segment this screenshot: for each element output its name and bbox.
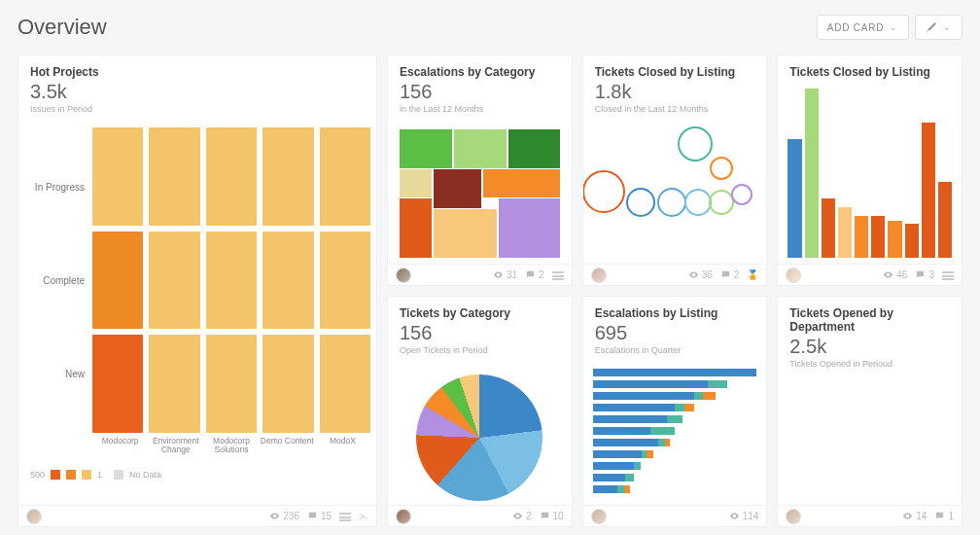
card-tickets-closed-2[interactable]: Tickets Closed by Listing 46 3 xyxy=(777,54,962,286)
legend-swatch xyxy=(66,470,76,480)
bar xyxy=(838,207,852,258)
hbar-seg xyxy=(703,392,716,400)
avatar[interactable] xyxy=(591,509,607,524)
card-value: 1.8k xyxy=(595,81,755,103)
list-view-icon[interactable] xyxy=(942,270,954,280)
views-stat: 31 xyxy=(493,269,517,280)
hbar-row xyxy=(593,427,757,435)
hbar-seg xyxy=(593,450,643,458)
card-tickets-category[interactable]: Tickets by Category 156 Open Tickets in … xyxy=(387,296,573,527)
hbar-seg xyxy=(647,450,653,458)
comments-stat: 15 xyxy=(307,511,332,521)
page-header: Overview ADD CARD ⌄ ⌄ xyxy=(18,10,962,45)
bar xyxy=(788,139,801,258)
avatar[interactable] xyxy=(396,268,411,283)
legend-high-label: 500 xyxy=(30,470,45,480)
views-stat: 46 xyxy=(883,269,907,280)
chevron-down-icon: ⌄ xyxy=(890,22,898,32)
avatar[interactable] xyxy=(396,509,411,524)
hbar-row xyxy=(593,404,757,411)
add-card-button[interactable]: ADD CARD ⌄ xyxy=(817,15,909,40)
bar xyxy=(922,123,935,258)
hbar-chart xyxy=(593,369,757,499)
hbar-seg xyxy=(658,439,665,446)
card-tickets-closed-1[interactable]: Tickets Closed by Listing 1.8k Closed in… xyxy=(582,54,768,286)
settings-button[interactable]: ⌄ xyxy=(915,15,962,40)
hbar-row xyxy=(593,439,757,446)
heatmap-legend: 500 1 No Data xyxy=(30,470,161,480)
card-hot-projects[interactable]: Hot Projects 3.5k Issues in Period In Pr… xyxy=(18,54,377,527)
comments-stat: 2 xyxy=(720,269,740,280)
heatmap-cell xyxy=(149,232,199,330)
hbar-row xyxy=(593,369,757,376)
hbar-seg xyxy=(665,439,670,446)
list-view-icon[interactable] xyxy=(552,270,564,280)
card-escalations-category[interactable]: Escalations by Category 156 in the Last … xyxy=(387,54,573,286)
legend-swatch xyxy=(51,470,60,480)
heatmap-col-label: Modocorp xyxy=(92,433,148,456)
avatar[interactable] xyxy=(786,509,801,524)
legend-swatch xyxy=(114,470,123,480)
legend-swatch xyxy=(82,470,91,480)
hbar-seg xyxy=(593,439,658,446)
card-tickets-department[interactable]: Tickets Opened by Department 2.5k Ticket… xyxy=(777,296,962,527)
heatmap-cell xyxy=(262,335,313,433)
card-title: Tickets Opened by Department xyxy=(789,306,950,334)
heatmap-cell xyxy=(149,335,199,433)
legend-low-label: 1 xyxy=(97,470,102,480)
card-value: 3.5k xyxy=(30,81,365,103)
heatmap-cell xyxy=(320,127,370,226)
bubble xyxy=(657,188,686,217)
bar xyxy=(855,216,868,259)
comments-stat: 10 xyxy=(540,511,564,521)
heatmap-row-label: Complete xyxy=(24,246,92,314)
card-sub: Open Tickets in Period xyxy=(400,345,560,355)
hbar-row xyxy=(593,485,757,493)
treemap-cell xyxy=(508,129,560,168)
card-escalations-listing[interactable]: Escalations by Listing 695 Escalations i… xyxy=(582,296,768,527)
heatmap-chart: In ProgressCompleteNew ModocorpEnvironme… xyxy=(24,127,370,456)
heatmap-cell xyxy=(262,127,313,226)
treemap-cell xyxy=(434,209,498,258)
hbar-row xyxy=(593,474,757,482)
avatar[interactable] xyxy=(26,509,42,524)
list-view-icon[interactable] xyxy=(339,512,351,521)
hbar-seg xyxy=(675,404,684,411)
heatmap-cell xyxy=(206,127,257,226)
views-stat: 236 xyxy=(269,511,299,521)
hbar-row xyxy=(593,462,757,470)
bubble xyxy=(678,126,713,161)
treemap-cell xyxy=(400,129,452,168)
heatmap-cell xyxy=(149,127,199,226)
comments-stat: 2 xyxy=(525,269,544,280)
heatmap-cell xyxy=(320,335,370,433)
pie-chart xyxy=(416,374,542,501)
bubble xyxy=(583,170,626,213)
heatmap-cell xyxy=(206,232,257,330)
hbar-seg xyxy=(684,404,694,411)
hbar-seg xyxy=(593,462,634,470)
avatar[interactable] xyxy=(591,268,607,283)
treemap-cell xyxy=(400,169,432,197)
bar xyxy=(871,216,885,259)
card-title: Tickets Closed by Listing xyxy=(595,65,755,79)
grouped-bar-chart xyxy=(788,386,952,499)
card-sub: Closed in the Last 12 Months xyxy=(595,104,755,114)
share-icon[interactable]: ⋋ xyxy=(359,511,368,521)
heatmap-cell xyxy=(92,335,143,433)
views-stat: 114 xyxy=(729,511,759,521)
bubble xyxy=(710,157,733,180)
card-title: Tickets Closed by Listing xyxy=(789,65,950,79)
hbar-row xyxy=(593,415,757,423)
hbar-seg xyxy=(593,427,650,435)
avatar[interactable] xyxy=(786,268,801,283)
add-card-label: ADD CARD xyxy=(827,22,885,33)
hbar-seg xyxy=(624,485,631,493)
heatmap-row-label: In Progress xyxy=(24,153,92,221)
page-title: Overview xyxy=(18,15,107,40)
hbar-seg xyxy=(694,392,702,400)
hbar-seg xyxy=(708,380,727,388)
treemap-chart xyxy=(400,129,560,258)
chevron-down-icon: ⌄ xyxy=(943,22,952,32)
hbar-seg xyxy=(617,485,624,493)
